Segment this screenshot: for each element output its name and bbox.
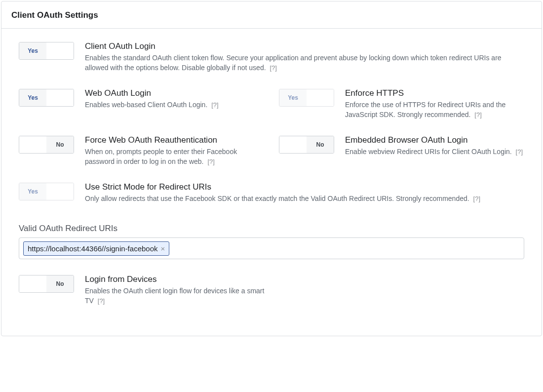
toggle-yes: Yes — [19, 136, 46, 153]
redirect-uris-input[interactable]: https://localhost:44366//signin-facebook… — [19, 237, 524, 259]
toggle-yes: Yes — [19, 275, 46, 292]
setting-title: Enforce HTTPS — [345, 88, 524, 99]
toggle-no: No — [46, 136, 74, 153]
help-icon[interactable]: [?] — [207, 158, 214, 165]
setting-title: Embedded Browser OAuth Login — [345, 135, 524, 146]
toggle-no: No — [46, 89, 74, 106]
panel-title: Client OAuth Settings — [1, 1, 542, 29]
setting-title: Login from Devices — [85, 274, 266, 285]
setting-title: Use Strict Mode for Redirect URIs — [85, 182, 524, 193]
toggle-login-from-devices[interactable]: Yes No — [19, 275, 74, 293]
toggle-client-oauth-login[interactable]: Yes No — [19, 42, 74, 60]
toggle-yes: Yes — [19, 42, 46, 59]
toggle-no: No — [307, 136, 334, 153]
toggle-yes: Yes — [279, 89, 307, 106]
setting-desc: Enables web-based Client OAuth Login. [?… — [85, 100, 264, 110]
toggle-no: No — [46, 42, 74, 59]
redirect-uri-tag[interactable]: https://localhost:44366//signin-facebook… — [23, 241, 169, 256]
setting-web-oauth-login: Yes No Web OAuth Login Enables web-based… — [19, 88, 264, 120]
setting-desc: Enforce the use of HTTPS for Redirect UR… — [345, 100, 524, 120]
remove-tag-icon[interactable]: × — [161, 245, 165, 252]
toggle-embedded-browser[interactable]: Yes No — [279, 136, 334, 154]
setting-desc: When on, prompts people to enter their F… — [85, 147, 264, 167]
setting-desc: Enables the OAuth client login flow for … — [85, 286, 266, 306]
setting-strict-mode: Yes No Use Strict Mode for Redirect URIs… — [19, 182, 524, 204]
setting-force-reauth: Yes No Force Web OAuth Reauthentication … — [19, 135, 264, 167]
oauth-settings-panel: Client OAuth Settings Yes No Client OAut… — [1, 1, 542, 336]
toggle-yes: Yes — [19, 183, 46, 200]
setting-desc: Enable webview Redirect URIs for Client … — [345, 147, 524, 157]
toggle-enforce-https: Yes No — [279, 89, 334, 107]
help-icon[interactable]: [?] — [98, 297, 105, 305]
toggle-force-reauth[interactable]: Yes No — [19, 136, 74, 154]
setting-title: Client OAuth Login — [85, 41, 524, 52]
setting-client-oauth-login: Yes No Client OAuth Login Enables the st… — [19, 41, 524, 73]
help-icon[interactable]: [?] — [270, 64, 276, 72]
toggle-yes: Yes — [279, 136, 307, 153]
help-icon[interactable]: [?] — [516, 148, 523, 156]
setting-title: Force Web OAuth Reauthentication — [85, 135, 264, 146]
setting-desc: Only allow redirects that use the Facebo… — [85, 194, 524, 204]
setting-enforce-https: Yes No Enforce HTTPS Enforce the use of … — [279, 88, 524, 120]
toggle-strict-mode: Yes No — [19, 183, 74, 200]
toggle-no: No — [307, 89, 334, 106]
help-icon[interactable]: [?] — [474, 111, 481, 118]
toggle-no: No — [46, 275, 74, 292]
setting-login-from-devices: Yes No Login from Devices Enables the OA… — [19, 274, 266, 306]
redirect-uris-label: Valid OAuth Redirect URIs — [19, 224, 524, 234]
setting-embedded-browser: Yes No Embedded Browser OAuth Login Enab… — [279, 135, 524, 167]
redirect-uri-text: https://localhost:44366//signin-facebook — [28, 244, 158, 253]
help-icon[interactable]: [?] — [211, 101, 218, 109]
help-icon[interactable]: [?] — [473, 195, 480, 202]
toggle-web-oauth-login[interactable]: Yes No — [19, 89, 74, 107]
setting-desc: Enables the standard OAuth client token … — [85, 53, 524, 73]
toggle-no: No — [46, 183, 74, 200]
toggle-yes: Yes — [19, 89, 46, 106]
setting-title: Web OAuth Login — [85, 88, 264, 99]
